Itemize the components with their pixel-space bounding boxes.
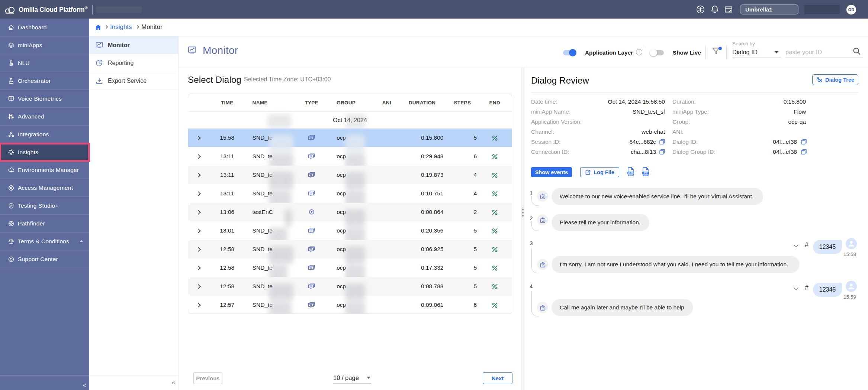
svg-text:RTF: RTF <box>644 172 648 174</box>
svg-text:JSON: JSON <box>628 172 633 174</box>
